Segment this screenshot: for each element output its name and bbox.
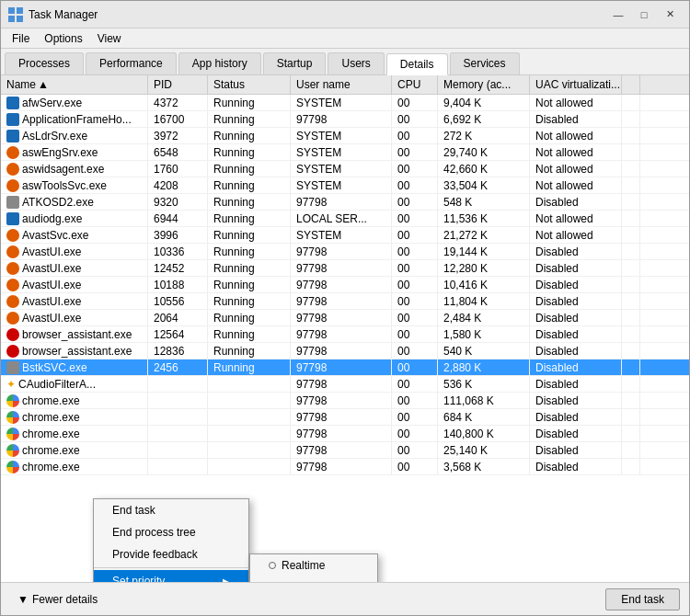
menu-options[interactable]: Options: [37, 30, 89, 47]
cell-uac: Disabled: [530, 260, 622, 276]
cell-scroll: [622, 277, 640, 292]
cell-name: ApplicationFrameHo...: [1, 111, 148, 127]
process-icon: [6, 196, 19, 209]
cell-status: Running: [208, 128, 291, 143]
tab-services[interactable]: Services: [450, 52, 520, 74]
table-row[interactable]: AvastUI.exe 2064 Running 97798 00 2,484 …: [1, 310, 689, 326]
cell-status: [208, 409, 291, 425]
cell-pid: 4208: [148, 177, 208, 193]
menu-file[interactable]: File: [5, 30, 37, 47]
table-row[interactable]: AsLdrSrv.exe 3972 Running SYSTEM 00 272 …: [1, 128, 689, 144]
col-memory[interactable]: Memory (ac...: [438, 75, 530, 94]
process-icon: [6, 97, 19, 109]
svg-rect-3: [17, 16, 23, 22]
table-row[interactable]: AvastUI.exe 10336 Running 97798 00 19,14…: [1, 244, 689, 260]
process-icon: [6, 262, 19, 275]
tab-users[interactable]: Users: [328, 52, 384, 74]
table-row[interactable]: AvastUI.exe 10188 Running 97798 00 10,41…: [1, 277, 689, 293]
cell-memory: 19,144 K: [438, 244, 530, 259]
ctx-provide-feedback[interactable]: Provide feedback: [94, 543, 248, 565]
tab-details[interactable]: Details: [386, 53, 448, 75]
cell-user: 97798: [291, 111, 392, 127]
col-uac[interactable]: UAC virtualizati...: [530, 75, 622, 94]
table-row[interactable]: ✦CAudioFilterA... 97798 00 536 K Disable…: [1, 376, 689, 393]
col-status[interactable]: Status: [208, 75, 291, 94]
table-row[interactable]: BstkSVC.exe 2456 Running 97798 00 2,880 …: [1, 359, 689, 376]
ctx-set-priority[interactable]: Set priority ▶: [94, 570, 248, 582]
table-row[interactable]: aswidsagent.exe 1760 Running SYSTEM 00 4…: [1, 161, 689, 177]
cell-memory: 42,660 K: [438, 161, 530, 177]
table-row[interactable]: afwServ.exe 4372 Running SYSTEM 00 9,404…: [1, 95, 689, 111]
cell-scroll: [622, 293, 640, 309]
cell-status: Running: [208, 227, 291, 243]
cell-user: 97798: [291, 409, 392, 425]
cell-user: 97798: [291, 343, 392, 359]
cell-status: Running: [208, 293, 291, 309]
tab-processes[interactable]: Processes: [5, 52, 84, 74]
table-row[interactable]: AvastSvc.exe 3996 Running SYSTEM 00 21,2…: [1, 227, 689, 244]
cell-user: 97798: [291, 310, 392, 325]
cell-scroll: [622, 227, 640, 243]
cell-scroll: [622, 393, 640, 408]
ctx-end-process-tree[interactable]: End process tree: [94, 521, 248, 543]
table-row[interactable]: chrome.exe 97798 00 25,140 K Disabled: [1, 442, 689, 459]
tab-app-history[interactable]: App history: [178, 52, 261, 74]
cell-memory: 1,580 K: [438, 326, 530, 342]
menu-bar: File Options View: [1, 29, 689, 49]
cell-memory: 684 K: [438, 409, 530, 425]
cell-memory: 540 K: [438, 343, 530, 359]
table-row[interactable]: browser_assistant.exe 12564 Running 9779…: [1, 326, 689, 343]
process-icon: [6, 279, 19, 291]
cell-name: AvastUI.exe: [1, 277, 148, 292]
cell-cpu: 00: [392, 111, 438, 127]
col-pid[interactable]: PID: [148, 75, 208, 94]
table-row[interactable]: ATKOSD2.exe 9320 Running 97798 00 548 K …: [1, 194, 689, 211]
cell-user: 97798: [291, 277, 392, 292]
cell-cpu: 00: [392, 293, 438, 309]
cell-memory: 10,416 K: [438, 277, 530, 292]
cell-cpu: 00: [392, 277, 438, 292]
maximize-button[interactable]: □: [632, 6, 656, 24]
cell-name: ✦CAudioFilterA...: [1, 376, 148, 392]
table-row[interactable]: chrome.exe 97798 00 3,568 K Disabled: [1, 459, 689, 475]
cell-pid: 16700: [148, 111, 208, 127]
table-row[interactable]: audiodg.exe 6944 Running LOCAL SER... 00…: [1, 211, 689, 227]
cell-uac: Not allowed: [530, 177, 622, 193]
table-row[interactable]: AvastUI.exe 12452 Running 97798 00 12,28…: [1, 260, 689, 277]
table-row[interactable]: aswToolsSvc.exe 4208 Running SYSTEM 00 3…: [1, 177, 689, 194]
cell-cpu: 00: [392, 343, 438, 359]
minimize-button[interactable]: —: [606, 6, 630, 24]
cell-status: [208, 426, 291, 441]
end-task-button[interactable]: End task: [605, 588, 680, 610]
tab-startup[interactable]: Startup: [263, 52, 327, 74]
cell-pid: [148, 409, 208, 425]
cell-scroll: [622, 211, 640, 226]
col-name[interactable]: Name ▲: [1, 75, 148, 94]
priority-realtime[interactable]: Realtime: [250, 554, 377, 576]
ctx-end-task[interactable]: End task: [94, 499, 248, 521]
cell-scroll: [622, 194, 640, 210]
cell-uac: Disabled: [530, 359, 622, 375]
cell-cpu: 00: [392, 244, 438, 259]
table-row[interactable]: ApplicationFrameHo... 16700 Running 9779…: [1, 111, 689, 128]
cell-user: SYSTEM: [291, 161, 392, 177]
table-row[interactable]: chrome.exe 97798 00 684 K Disabled: [1, 409, 689, 426]
cell-cpu: 00: [392, 310, 438, 325]
priority-high[interactable]: High: [250, 576, 377, 582]
table-row[interactable]: aswEngSrv.exe 6548 Running SYSTEM 00 29,…: [1, 144, 689, 161]
table-row[interactable]: chrome.exe 97798 00 111,068 K Disabled: [1, 393, 689, 409]
cell-cpu: 00: [392, 326, 438, 342]
close-button[interactable]: ✕: [658, 6, 682, 24]
col-cpu[interactable]: CPU: [392, 75, 438, 94]
cell-uac: Not allowed: [530, 161, 622, 177]
table-row[interactable]: AvastUI.exe 10556 Running 97798 00 11,80…: [1, 293, 689, 310]
table-row[interactable]: chrome.exe 97798 00 140,800 K Disabled: [1, 426, 689, 442]
table-row[interactable]: browser_assistant.exe 12836 Running 9779…: [1, 343, 689, 359]
col-username[interactable]: User name: [291, 75, 392, 94]
fewer-details-button[interactable]: ▼ Fewer details: [10, 589, 105, 610]
cell-cpu: 00: [392, 211, 438, 226]
tab-performance[interactable]: Performance: [86, 52, 177, 74]
process-icon: [6, 212, 19, 225]
menu-view[interactable]: View: [90, 30, 129, 47]
cell-name: chrome.exe: [1, 459, 148, 474]
